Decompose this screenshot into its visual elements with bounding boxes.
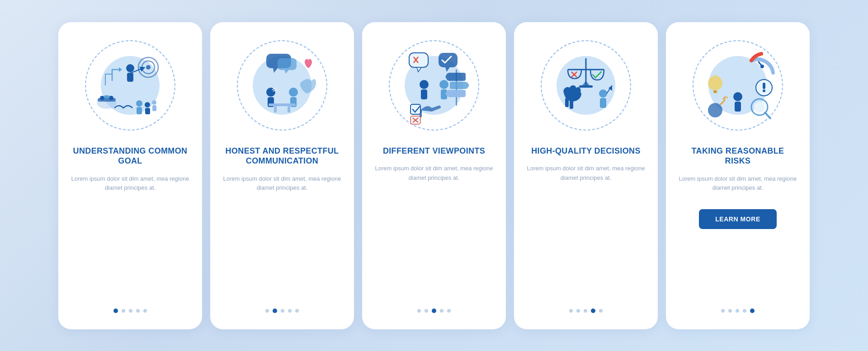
dot-5-1[interactable] bbox=[721, 309, 725, 313]
svg-point-14 bbox=[145, 102, 150, 108]
card-honest-communication: HONEST AND RESPECTFUL COMMUNICATION Lore… bbox=[210, 22, 354, 329]
risks-icon bbox=[697, 45, 778, 126]
svg-rect-17 bbox=[152, 105, 156, 111]
svg-rect-44 bbox=[450, 82, 467, 89]
svg-point-2 bbox=[100, 96, 104, 100]
svg-rect-62 bbox=[600, 98, 606, 108]
card-1-title: UNDERSTANDING COMMON GOAL bbox=[71, 146, 189, 166]
svg-rect-28 bbox=[288, 106, 290, 112]
svg-rect-60 bbox=[570, 99, 573, 109]
card-high-quality-decisions: HIGH-QUALITY DECISIONS Lorem ipsum dolor… bbox=[514, 22, 658, 329]
svg-point-80 bbox=[708, 103, 722, 117]
dot-3-3[interactable] bbox=[432, 309, 436, 313]
svg-rect-58 bbox=[579, 85, 593, 88]
svg-rect-27 bbox=[274, 106, 277, 112]
card-4-illustration bbox=[536, 36, 636, 135]
card-3-dots bbox=[417, 309, 451, 313]
learn-more-button[interactable]: LEARN MORE bbox=[699, 209, 777, 229]
dot-2-1[interactable] bbox=[265, 309, 269, 313]
svg-rect-31 bbox=[409, 53, 428, 67]
card-2-body: Lorem ipsum dolor sit dim amet, mea regi… bbox=[223, 174, 341, 193]
dot-2-3[interactable] bbox=[281, 309, 284, 313]
svg-point-12 bbox=[136, 100, 142, 107]
dot-2-2[interactable] bbox=[273, 309, 277, 313]
card-3-illustration bbox=[384, 36, 484, 135]
svg-rect-4 bbox=[104, 95, 109, 98]
viewpoints-icon bbox=[393, 45, 475, 126]
svg-rect-10 bbox=[127, 73, 133, 82]
dot-4-2[interactable] bbox=[576, 309, 580, 313]
dot-1-3[interactable] bbox=[129, 309, 132, 313]
svg-point-24 bbox=[289, 88, 298, 97]
svg-point-70 bbox=[708, 76, 722, 90]
svg-point-9 bbox=[126, 64, 134, 72]
dot-4-1[interactable] bbox=[569, 309, 573, 313]
svg-point-3 bbox=[109, 96, 113, 100]
card-1-dots bbox=[113, 309, 147, 313]
card-4-title: HIGH-QUALITY DECISIONS bbox=[531, 146, 641, 156]
svg-marker-19 bbox=[273, 68, 278, 73]
dot-2-4[interactable] bbox=[288, 309, 292, 313]
svg-marker-57 bbox=[582, 81, 590, 85]
team-goal-icon bbox=[90, 45, 171, 126]
card-3-body: Lorem ipsum dolor sit dim amet, mea regi… bbox=[375, 164, 493, 183]
card-4-dots bbox=[569, 309, 603, 313]
dot-4-3[interactable] bbox=[584, 309, 587, 313]
dot-4-4[interactable] bbox=[591, 309, 595, 313]
card-2-dots bbox=[265, 309, 299, 313]
svg-point-69 bbox=[763, 89, 765, 92]
cards-container: UNDERSTANDING COMMON GOAL Lorem ipsum do… bbox=[40, 9, 828, 343]
svg-point-66 bbox=[760, 65, 764, 68]
decisions-icon bbox=[545, 45, 627, 126]
card-5-title: TAKING REASONABLE RISKS bbox=[679, 146, 797, 166]
dot-1-5[interactable] bbox=[143, 309, 147, 313]
svg-marker-43 bbox=[445, 73, 448, 81]
dot-5-3[interactable] bbox=[736, 309, 739, 313]
card-2-illustration bbox=[232, 36, 332, 135]
svg-rect-76 bbox=[735, 102, 741, 112]
communication-icon bbox=[241, 45, 323, 126]
svg-point-39 bbox=[439, 80, 448, 89]
svg-rect-13 bbox=[137, 107, 142, 114]
svg-marker-11 bbox=[119, 67, 122, 72]
dot-4-5[interactable] bbox=[599, 309, 603, 313]
svg-line-79 bbox=[765, 112, 770, 118]
card-5-body: Lorem ipsum dolor sit dim amet, mea regi… bbox=[679, 174, 797, 193]
card-5-illustration bbox=[688, 36, 788, 135]
svg-line-81 bbox=[721, 101, 724, 104]
svg-rect-59 bbox=[565, 98, 569, 107]
svg-rect-42 bbox=[448, 73, 466, 81]
dot-3-4[interactable] bbox=[440, 309, 443, 313]
svg-point-37 bbox=[420, 80, 429, 89]
dot-5-2[interactable] bbox=[728, 309, 732, 313]
svg-rect-38 bbox=[421, 89, 427, 99]
card-3-title: DIFFERENT VIEWPOINTS bbox=[383, 146, 485, 156]
dot-3-5[interactable] bbox=[447, 309, 451, 313]
dot-5-5[interactable] bbox=[750, 309, 755, 313]
svg-marker-36 bbox=[445, 67, 450, 72]
card-1-body: Lorem ipsum dolor sit dim amet, mea regi… bbox=[71, 174, 189, 193]
card-different-viewpoints: DIFFERENT VIEWPOINTS Lorem ipsum dolor s… bbox=[362, 22, 506, 329]
dot-2-5[interactable] bbox=[295, 309, 299, 313]
svg-rect-26 bbox=[269, 103, 296, 106]
dot-3-1[interactable] bbox=[417, 309, 421, 313]
svg-point-16 bbox=[152, 100, 156, 105]
svg-point-7 bbox=[146, 65, 151, 70]
card-understanding-common-goal: UNDERSTANDING COMMON GOAL Lorem ipsum do… bbox=[58, 22, 202, 329]
svg-point-78 bbox=[754, 102, 765, 112]
svg-rect-46 bbox=[448, 90, 466, 97]
svg-marker-21 bbox=[284, 70, 289, 74]
dot-1-4[interactable] bbox=[136, 309, 140, 313]
svg-marker-34 bbox=[417, 67, 421, 72]
dot-5-4[interactable] bbox=[743, 309, 746, 313]
svg-rect-71 bbox=[713, 90, 717, 93]
card-2-title: HONEST AND RESPECTFUL COMMUNICATION bbox=[223, 146, 341, 166]
dot-3-2[interactable] bbox=[425, 309, 428, 313]
card-5-dots bbox=[721, 309, 755, 313]
dot-1-2[interactable] bbox=[122, 309, 125, 313]
dot-1-1[interactable] bbox=[113, 309, 118, 313]
card-4-body: Lorem ipsum dolor sit dim amet, mea regi… bbox=[527, 164, 645, 183]
svg-rect-20 bbox=[278, 58, 297, 70]
card-1-illustration bbox=[80, 36, 180, 135]
svg-rect-49 bbox=[410, 104, 420, 114]
